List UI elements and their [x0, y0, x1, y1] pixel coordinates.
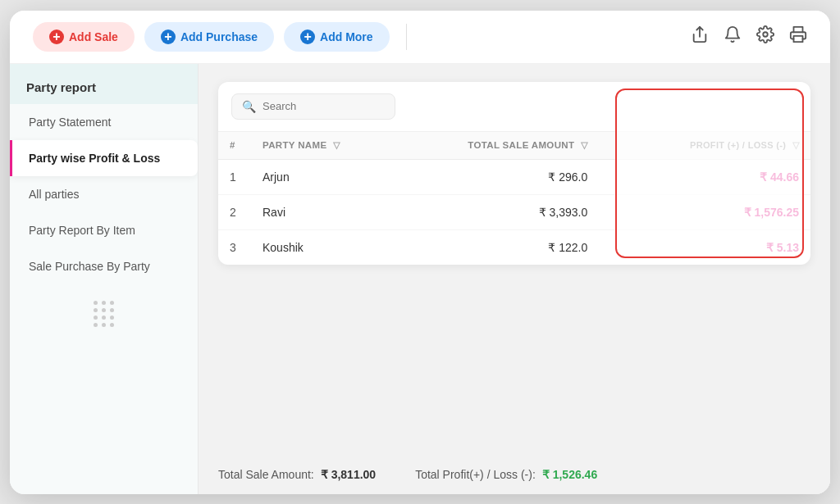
svg-rect-2: [794, 36, 803, 42]
col-total-sale: TOTAL SALE AMOUNT ▽: [395, 132, 599, 160]
sidebar-title: Party report: [10, 64, 198, 104]
total-sale-value: ₹ 3,811.00: [321, 468, 376, 481]
header: + Add Sale + Add Purchase + Add More: [10, 11, 830, 64]
add-sale-button[interactable]: + Add Sale: [33, 22, 135, 52]
gear-icon[interactable]: [756, 25, 774, 48]
add-sale-label: Add Sale: [69, 30, 118, 43]
row-total-sale: ₹ 122.0: [395, 229, 599, 265]
profit-loss-filter-icon[interactable]: ▽: [792, 140, 799, 151]
col-party-name: PARTY NAME ▽: [251, 132, 395, 160]
share-icon[interactable]: [691, 25, 709, 48]
sidebar-dots: [10, 284, 198, 343]
sidebar-item-all-parties[interactable]: All parties: [10, 176, 198, 212]
add-purchase-icon: +: [161, 30, 176, 44]
add-more-label: Add More: [320, 30, 373, 43]
sidebar-item-party-report-by-item-label: Party Report By Item: [29, 224, 135, 237]
add-more-icon: +: [300, 30, 315, 44]
main-layout: Party report Party Statement Party wise …: [10, 64, 830, 494]
table-row: 2 Ravi ₹ 3,393.0 ₹ 1,576.25: [218, 194, 810, 229]
row-profit-loss: ₹ 1,576.25: [599, 194, 810, 229]
row-party-name: Ravi: [251, 194, 395, 229]
header-divider: [406, 24, 407, 50]
footer-totals: Total Sale Amount: ₹ 3,811.00 Total Prof…: [199, 455, 830, 494]
bell-icon[interactable]: [724, 25, 742, 48]
row-total-sale: ₹ 296.0: [395, 159, 599, 194]
sidebar-item-party-report-by-item[interactable]: Party Report By Item: [10, 212, 198, 248]
sidebar-item-sale-purchase-by-party[interactable]: Sale Purchase By Party: [10, 248, 198, 284]
row-num: 3: [218, 229, 251, 265]
total-pl-item: Total Profit(+) / Loss (-): ₹ 1,526.46: [415, 468, 597, 481]
row-num: 1: [218, 159, 251, 194]
row-party-name: Arjun: [251, 159, 395, 194]
table-body: 1 Arjun ₹ 296.0 ₹ 44.66 2 Ravi ₹ 3,393.0…: [218, 159, 810, 265]
header-icons: [691, 25, 807, 48]
party-name-filter-icon[interactable]: ▽: [333, 140, 340, 151]
add-purchase-button[interactable]: + Add Purchase: [144, 22, 274, 52]
table-card: 🔍 # PARTY NAME: [218, 82, 810, 265]
add-more-button[interactable]: + Add More: [284, 22, 390, 52]
sidebar-item-sale-purchase-by-party-label: Sale Purchase By Party: [29, 260, 150, 273]
row-party-name: Koushik: [251, 229, 395, 265]
print-icon[interactable]: [789, 25, 807, 48]
search-wrap: 🔍: [231, 93, 395, 120]
total-pl-label: Total Profit(+) / Loss (-):: [415, 468, 536, 481]
sidebar-item-party-statement-label: Party Statement: [29, 116, 111, 129]
sidebar-item-party-statement[interactable]: Party Statement: [10, 104, 198, 140]
search-row: 🔍: [218, 82, 810, 132]
add-purchase-label: Add Purchase: [180, 30, 258, 43]
sidebar-item-all-parties-label: All parties: [29, 188, 79, 201]
table-header-row: # PARTY NAME ▽ TOTAL SALE AMOUNT ▽: [218, 132, 810, 160]
row-profit-loss: ₹ 5.13: [599, 229, 810, 265]
total-sale-filter-icon[interactable]: ▽: [581, 140, 587, 151]
add-sale-icon: +: [49, 30, 64, 44]
col-profit-loss: PROFIT (+) / LOSS (-) ▽: [599, 132, 810, 160]
row-total-sale: ₹ 3,393.0: [395, 194, 599, 229]
total-pl-value: ₹ 1,526.46: [542, 468, 597, 481]
sidebar-item-party-wise-pl-label: Party wise Profit & Loss: [29, 152, 160, 165]
total-sale-item: Total Sale Amount: ₹ 3,811.00: [218, 468, 376, 481]
sidebar-item-party-wise-pl[interactable]: Party wise Profit & Loss: [10, 140, 198, 176]
search-icon: 🔍: [242, 100, 256, 113]
svg-point-1: [763, 32, 768, 37]
search-input[interactable]: [262, 100, 385, 112]
table-row: 3 Koushik ₹ 122.0 ₹ 5.13: [218, 229, 810, 265]
total-sale-label: Total Sale Amount:: [218, 468, 314, 481]
app-container: + Add Sale + Add Purchase + Add More: [10, 11, 830, 494]
table-row: 1 Arjun ₹ 296.0 ₹ 44.66: [218, 159, 810, 194]
col-hash: #: [218, 132, 251, 160]
content-inner: 🔍 # PARTY NAME: [199, 64, 830, 455]
data-table: # PARTY NAME ▽ TOTAL SALE AMOUNT ▽: [218, 132, 810, 265]
content: 🔍 # PARTY NAME: [199, 64, 830, 494]
sidebar: Party report Party Statement Party wise …: [10, 64, 199, 494]
row-profit-loss: ₹ 44.66: [599, 159, 810, 194]
row-num: 2: [218, 194, 251, 229]
